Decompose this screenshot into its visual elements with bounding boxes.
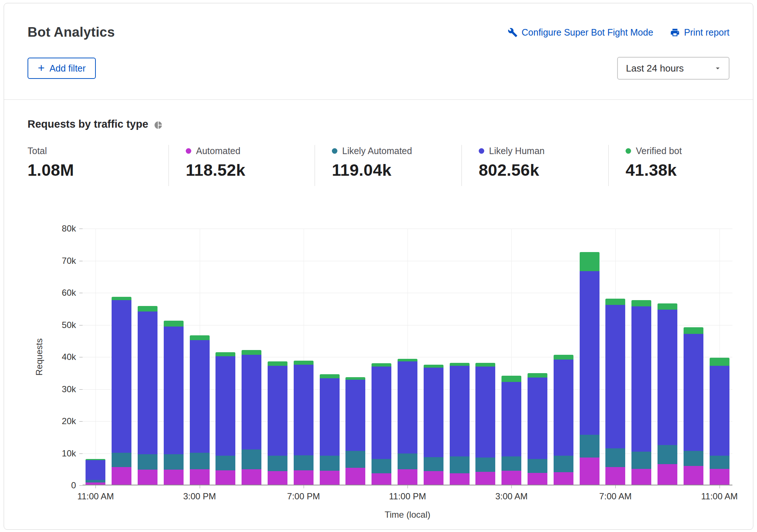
stat-automated: Automated118.52k bbox=[169, 145, 315, 186]
bar-8 bbox=[294, 361, 314, 485]
bar-segment-likely-human bbox=[294, 365, 314, 455]
stat-value: 118.52k bbox=[186, 161, 315, 180]
bar-segment-likely-human bbox=[450, 366, 470, 456]
stat-verified-bot: Verified bot41.38k bbox=[608, 145, 682, 186]
bar-segment-likely-human bbox=[215, 356, 235, 456]
bar-segment-likely-automated bbox=[580, 435, 600, 457]
bar-segment-verified-bot bbox=[475, 363, 495, 367]
printer-icon bbox=[670, 28, 680, 37]
bar-segment-automated bbox=[684, 466, 703, 485]
bar-7 bbox=[268, 361, 287, 485]
bar-5 bbox=[215, 352, 235, 485]
filter-controls: + Add filter Last 24 hours bbox=[4, 40, 753, 99]
x-tick-mark bbox=[95, 485, 96, 488]
stat-value: 1.08M bbox=[28, 161, 169, 180]
bar-segment-likely-automated bbox=[164, 454, 184, 470]
add-filter-button[interactable]: + Add filter bbox=[28, 58, 96, 79]
y-tick-mark bbox=[79, 293, 83, 293]
bar-segment-automated bbox=[268, 471, 287, 485]
bar-24 bbox=[710, 358, 729, 485]
bar-segment-likely-human bbox=[710, 366, 729, 456]
legend-dot-icon bbox=[332, 148, 337, 154]
header-links: Configure Super Bot Fight Mode Print rep… bbox=[508, 27, 729, 38]
stat-likely-automated: Likely Automated119.04k bbox=[315, 145, 461, 186]
print-report-link[interactable]: Print report bbox=[670, 27, 729, 38]
stat-label-row: Total bbox=[28, 146, 169, 156]
bar-segment-automated bbox=[450, 473, 470, 485]
pie-chart-icon bbox=[154, 119, 163, 130]
stat-total: Total1.08M bbox=[28, 145, 169, 186]
bar-segment-verified-bot bbox=[710, 358, 729, 366]
bar-1 bbox=[112, 297, 131, 485]
y-tick-label: 10k bbox=[62, 448, 76, 459]
time-range-select[interactable]: Last 24 hours bbox=[617, 57, 729, 80]
bar-19 bbox=[580, 252, 600, 485]
y-tick-label: 70k bbox=[62, 256, 76, 266]
bar-segment-verified-bot bbox=[372, 363, 391, 367]
time-range-value: Last 24 hours bbox=[626, 63, 684, 74]
y-tick-mark bbox=[79, 325, 83, 325]
bar-segment-automated bbox=[215, 470, 235, 485]
bar-segment-automated bbox=[86, 482, 105, 485]
bar-segment-likely-human bbox=[631, 306, 651, 452]
stat-label: Verified bot bbox=[636, 146, 682, 156]
bar-segment-likely-human bbox=[112, 300, 131, 453]
bar-segment-likely-human bbox=[268, 366, 287, 456]
bar-segment-verified-bot bbox=[424, 365, 443, 368]
bar-segment-likely-automated bbox=[320, 456, 340, 471]
bar-segment-automated bbox=[294, 470, 314, 485]
bar-segment-automated bbox=[398, 469, 417, 485]
bar-segment-automated bbox=[605, 467, 625, 485]
bar-segment-automated bbox=[190, 469, 210, 485]
y-tick-label: 0 bbox=[71, 480, 76, 491]
section-title-row: Requests by traffic type bbox=[28, 118, 729, 130]
wrench-icon bbox=[508, 28, 518, 37]
chart-plot-area[interactable]: 010k20k30k40k50k60k70k80k11:00 AM3:00 PM… bbox=[83, 229, 732, 485]
y-tick-mark bbox=[79, 485, 83, 486]
bar-segment-verified-bot bbox=[320, 374, 340, 378]
y-tick-mark bbox=[79, 261, 83, 261]
x-tick-mark bbox=[720, 485, 720, 488]
bar-23 bbox=[684, 327, 703, 485]
bar-segment-verified-bot bbox=[554, 355, 573, 360]
bar-segment-likely-automated bbox=[372, 459, 391, 473]
bar-segment-likely-human bbox=[501, 382, 521, 456]
bar-20 bbox=[605, 299, 625, 485]
stats-row: Total1.08MAutomated118.52kLikely Automat… bbox=[28, 145, 729, 186]
bar-segment-automated bbox=[631, 469, 651, 485]
y-axis-title: Requests bbox=[34, 338, 44, 375]
bar-segment-verified-bot bbox=[164, 321, 184, 327]
bar-6 bbox=[242, 350, 261, 485]
x-tick-label: 3:00 PM bbox=[183, 491, 216, 502]
y-tick-label: 30k bbox=[62, 384, 76, 394]
stat-value: 119.04k bbox=[332, 161, 461, 180]
bar-segment-verified-bot bbox=[215, 352, 235, 356]
bar-segment-likely-human bbox=[528, 378, 547, 459]
bar-segment-likely-automated bbox=[658, 445, 677, 464]
bar-segment-verified-bot bbox=[450, 363, 470, 366]
bar-2 bbox=[138, 306, 157, 485]
bar-segment-verified-bot bbox=[86, 459, 105, 460]
x-tick-label: 11:00 PM bbox=[389, 491, 426, 502]
bar-segment-likely-human bbox=[554, 360, 573, 456]
configure-super-bot-fight-mode-link[interactable]: Configure Super Bot Fight Mode bbox=[508, 27, 653, 38]
x-tick-label: 11:00 AM bbox=[701, 491, 738, 502]
stat-likely-human: Likely Human802.56k bbox=[461, 145, 608, 186]
bar-segment-likely-automated bbox=[138, 454, 157, 470]
bar-segment-verified-bot bbox=[501, 376, 521, 382]
plus-icon: + bbox=[38, 62, 45, 74]
stat-label: Automated bbox=[196, 146, 240, 156]
bar-segment-likely-automated bbox=[710, 456, 729, 469]
bar-segment-likely-automated bbox=[112, 453, 131, 467]
bar-segment-automated bbox=[372, 473, 391, 485]
bar-segment-likely-automated bbox=[294, 455, 314, 470]
y-tick-label: 80k bbox=[62, 223, 76, 234]
bar-segment-likely-human bbox=[138, 311, 157, 454]
chevron-down-icon bbox=[713, 64, 722, 73]
stat-label-row: Likely Human bbox=[479, 146, 608, 156]
v-gridline bbox=[95, 229, 96, 485]
y-tick-mark bbox=[79, 229, 83, 229]
bar-segment-likely-human bbox=[398, 361, 417, 453]
bar-segment-automated bbox=[112, 467, 131, 485]
bar-segment-likely-human bbox=[580, 271, 600, 435]
